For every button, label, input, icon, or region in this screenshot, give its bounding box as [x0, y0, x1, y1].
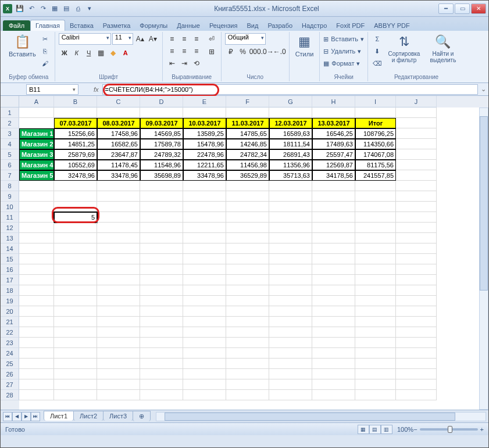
cell[interactable] [19, 275, 54, 285]
cell[interactable] [54, 223, 97, 233]
tab-formulas[interactable]: Формулы [135, 20, 172, 31]
cell[interactable] [19, 306, 54, 317]
comma-icon[interactable]: 000 [249, 46, 261, 58]
tab-insert[interactable]: Вставка [65, 20, 98, 31]
cell[interactable] [396, 243, 437, 254]
tab-home[interactable]: Главная [30, 20, 65, 31]
cell[interactable]: 07.03.2017 [54, 118, 97, 128]
cell[interactable] [269, 202, 312, 212]
row-header[interactable]: 9 [1, 191, 19, 202]
cell[interactable] [226, 212, 269, 223]
cell[interactable] [312, 285, 355, 296]
row-header[interactable]: 16 [1, 264, 19, 275]
cell[interactable]: 14569,85 [140, 128, 183, 139]
cell[interactable] [396, 348, 437, 359]
save-icon[interactable]: 💾 [15, 3, 25, 14]
align-right-icon[interactable]: ≡ [191, 45, 202, 57]
cell[interactable] [312, 390, 355, 400]
cell[interactable]: 174067,08 [355, 149, 396, 160]
cell[interactable] [355, 107, 396, 118]
cell[interactable] [54, 338, 97, 348]
cell[interactable]: 17589,78 [140, 139, 183, 149]
maximize-button[interactable]: ▭ [455, 3, 470, 14]
cell[interactable]: 25597,47 [312, 149, 355, 160]
row-header[interactable]: 18 [1, 285, 19, 296]
increase-indent-icon[interactable]: ⇥ [179, 58, 190, 69]
close-button[interactable]: ✕ [471, 3, 486, 14]
cell[interactable] [226, 390, 269, 400]
cell[interactable] [355, 379, 396, 390]
cell[interactable] [355, 390, 396, 400]
zoom-in-button[interactable]: + [480, 426, 484, 433]
cell[interactable] [269, 254, 312, 264]
cell[interactable]: 35698,89 [140, 170, 183, 181]
cell[interactable]: 36529,89 [226, 170, 269, 181]
cell[interactable] [396, 139, 437, 149]
cell[interactable] [54, 317, 97, 327]
cell[interactable] [19, 118, 54, 128]
decrease-indent-icon[interactable]: ⇤ [166, 58, 178, 69]
cell[interactable] [97, 348, 140, 359]
select-all-corner[interactable] [1, 96, 19, 107]
cell[interactable] [226, 338, 269, 348]
cell[interactable]: 08.03.2017 [97, 118, 140, 128]
cell[interactable] [269, 233, 312, 243]
cell[interactable] [140, 275, 183, 285]
redo-icon[interactable]: ↷ [38, 3, 48, 14]
cell[interactable] [183, 191, 226, 202]
cell[interactable] [396, 107, 437, 118]
cell[interactable] [140, 359, 183, 369]
tab-developer[interactable]: Разрабо [263, 20, 297, 31]
cell[interactable] [226, 191, 269, 202]
qat-btn[interactable]: ▤ [61, 3, 72, 14]
qat-btn[interactable]: ▦ [49, 3, 60, 14]
cell[interactable]: 12569,87 [312, 160, 355, 170]
increase-font-icon[interactable]: A▴ [134, 33, 146, 45]
align-center-icon[interactable]: ≡ [179, 45, 190, 57]
sheet-nav-first-icon[interactable]: ⏮ [3, 412, 12, 421]
cell[interactable]: 13589,25 [183, 128, 226, 139]
italic-button[interactable]: К [71, 47, 83, 59]
cell[interactable] [355, 233, 396, 243]
font-color-button[interactable]: A [120, 47, 131, 59]
cell[interactable]: 09.03.2017 [140, 118, 183, 128]
cell[interactable] [140, 181, 183, 191]
qat-btn[interactable]: ⎙ [73, 3, 83, 14]
cell[interactable] [97, 296, 140, 306]
cell[interactable] [97, 317, 140, 327]
cell[interactable] [97, 369, 140, 379]
horizontal-scrollbar[interactable] [156, 412, 486, 421]
row-header[interactable]: 28 [1, 390, 19, 400]
tab-file[interactable]: Файл [3, 20, 30, 31]
row-header[interactable]: 19 [1, 296, 19, 306]
tab-abbyy[interactable]: ABBYY PDF [369, 20, 415, 31]
cell[interactable] [97, 243, 140, 254]
cell[interactable] [269, 296, 312, 306]
cell[interactable]: 11548,96 [140, 160, 183, 170]
view-pagebreak-icon[interactable]: ▥ [381, 425, 392, 434]
cell[interactable] [19, 296, 54, 306]
row-header[interactable]: 15 [1, 254, 19, 264]
cell[interactable] [226, 306, 269, 317]
cell[interactable] [396, 369, 437, 379]
underline-button[interactable]: Ч [83, 47, 95, 59]
cell[interactable] [396, 181, 437, 191]
cell[interactable] [140, 327, 183, 338]
row-header[interactable]: 22 [1, 327, 19, 338]
cell[interactable] [19, 223, 54, 233]
cell[interactable] [97, 327, 140, 338]
cell[interactable] [97, 390, 140, 400]
cell[interactable] [269, 338, 312, 348]
cell[interactable] [396, 285, 437, 296]
cell[interactable] [19, 285, 54, 296]
cell[interactable] [19, 390, 54, 400]
cell[interactable] [54, 254, 97, 264]
cell[interactable] [312, 212, 355, 223]
cell[interactable] [19, 369, 54, 379]
delete-cells-button[interactable]: ⊟ Удалить ▾ [323, 45, 364, 57]
cell[interactable] [312, 254, 355, 264]
cell[interactable] [396, 128, 437, 139]
cell[interactable] [396, 306, 437, 317]
cells-area[interactable]: 07.03.201708.03.201709.03.201710.03.2017… [19, 107, 488, 400]
cell[interactable] [396, 338, 437, 348]
